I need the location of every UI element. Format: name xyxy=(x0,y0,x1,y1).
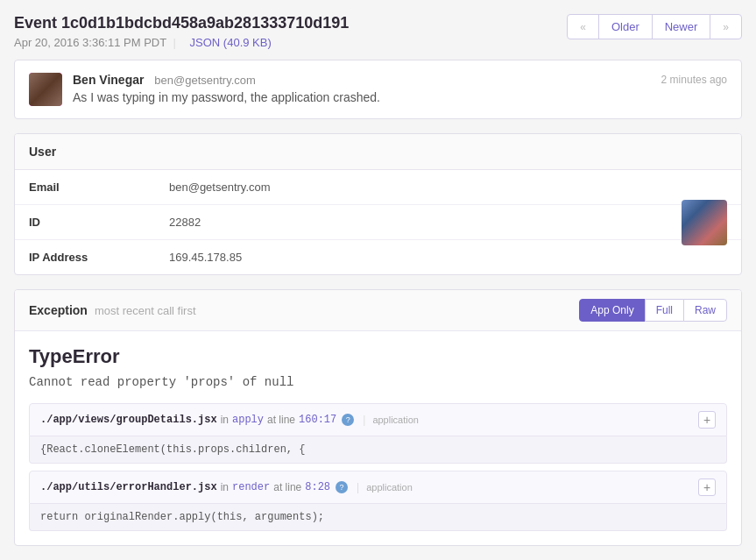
error-message: Cannot read property 'props' of null xyxy=(29,375,727,389)
exception-title: Exception xyxy=(29,303,88,317)
frame-1-expand-button[interactable]: + xyxy=(698,478,716,496)
exception-header-left: Exception most recent call first xyxy=(29,303,196,317)
stack-frame-0: ./app/views/groupDetails.jsx in apply at… xyxy=(29,403,727,464)
exception-view-buttons: App Only Full Raw xyxy=(580,299,727,322)
user-table: Email ben@getsentry.com ID 22882 IP Addr… xyxy=(15,170,741,274)
event-timestamp: Apr 20, 2016 3:36:11 PM PDT xyxy=(14,36,166,49)
comment-email: ben@getsentry.com xyxy=(154,74,256,87)
newer-button[interactable]: Newer xyxy=(652,14,711,39)
full-button[interactable]: Full xyxy=(645,299,684,322)
older-button[interactable]: Older xyxy=(598,14,653,39)
user-avatar xyxy=(682,200,727,245)
frame-1-filename: ./app/utils/errorHandler.jsx xyxy=(40,481,217,493)
comment-user-info: Ben Vinegar ben@getsentry.com xyxy=(73,73,256,87)
user-section-header: User xyxy=(15,134,741,170)
exception-subtitle: most recent call first xyxy=(95,304,196,317)
id-label: ID xyxy=(29,216,169,229)
comment-timestamp: 2 minutes ago xyxy=(661,74,727,86)
frame-0-code: {React.cloneElement(this.props.children,… xyxy=(29,436,727,464)
frame-1-info-icon[interactable]: ? xyxy=(336,481,348,493)
frame-0-tag: application xyxy=(372,415,419,425)
avatar-image xyxy=(29,73,62,106)
frame-1-line-word: at line xyxy=(273,481,301,493)
raw-button[interactable]: Raw xyxy=(683,299,727,322)
first-button[interactable]: « xyxy=(567,14,599,39)
frame-0-func: apply xyxy=(232,414,264,426)
frame-1-tag: application xyxy=(366,482,413,493)
comment-user-row: Ben Vinegar ben@getsentry.com 2 minutes … xyxy=(73,73,727,87)
frame-0-line: 160:17 xyxy=(299,414,336,426)
separator: | xyxy=(173,36,176,49)
json-link[interactable]: JSON (40.9 KB) xyxy=(190,36,272,49)
frame-0-header: ./app/views/groupDetails.jsx in apply at… xyxy=(29,403,727,436)
frame-1-func: render xyxy=(232,481,270,493)
comment-body: Ben Vinegar ben@getsentry.com 2 minutes … xyxy=(73,73,727,104)
app-only-button[interactable]: App Only xyxy=(579,299,645,322)
frame-0-line-word: at line xyxy=(267,414,295,426)
event-meta: Apr 20, 2016 3:36:11 PM PDT | JSON (40.9… xyxy=(14,36,349,49)
last-button[interactable]: » xyxy=(710,14,742,39)
frame-0-filename: ./app/views/groupDetails.jsx xyxy=(40,414,217,426)
email-row: Email ben@getsentry.com xyxy=(15,170,741,205)
frame-1-code: return originalRender.apply(this, argume… xyxy=(29,504,727,531)
ip-label: IP Address xyxy=(29,251,169,264)
frame-0-pipe: | xyxy=(363,414,365,426)
exception-header: Exception most recent call first App Onl… xyxy=(15,290,741,331)
stack-frame-1: ./app/utils/errorHandler.jsx in render a… xyxy=(29,471,727,531)
frame-0-expand-button[interactable]: + xyxy=(698,411,716,429)
user-section: User Email ben@getsentry.com ID 22882 IP… xyxy=(14,133,742,275)
event-title: Event 1c0d1b1bdcbd458a9ab281333710d191 xyxy=(14,14,349,32)
avatar xyxy=(29,73,62,106)
nav-buttons: « Older Newer » xyxy=(568,14,742,39)
id-row: ID 22882 xyxy=(15,205,741,240)
frame-1-header: ./app/utils/errorHandler.jsx in render a… xyxy=(29,471,727,504)
frame-0-info-icon[interactable]: ? xyxy=(342,414,354,426)
comment-card: Ben Vinegar ben@getsentry.com 2 minutes … xyxy=(14,60,742,119)
frame-1-context: in xyxy=(221,481,229,493)
ip-row: IP Address 169.45.178.85 xyxy=(15,240,741,274)
email-value: ben@getsentry.com xyxy=(169,181,727,194)
exception-section: Exception most recent call first App Onl… xyxy=(14,289,742,546)
exception-body: TypeError Cannot read property 'props' o… xyxy=(15,331,741,545)
frame-0-context: in xyxy=(221,414,229,426)
error-type: TypeError xyxy=(29,345,727,368)
ip-value: 169.45.178.85 xyxy=(169,251,727,264)
comment-username: Ben Vinegar xyxy=(73,73,144,87)
id-value: 22882 xyxy=(169,216,727,229)
comment-text: As I was typing in my password, the appl… xyxy=(73,90,727,104)
email-label: Email xyxy=(29,181,169,194)
frame-1-pipe: | xyxy=(357,481,359,493)
frame-1-line: 8:28 xyxy=(305,481,330,493)
